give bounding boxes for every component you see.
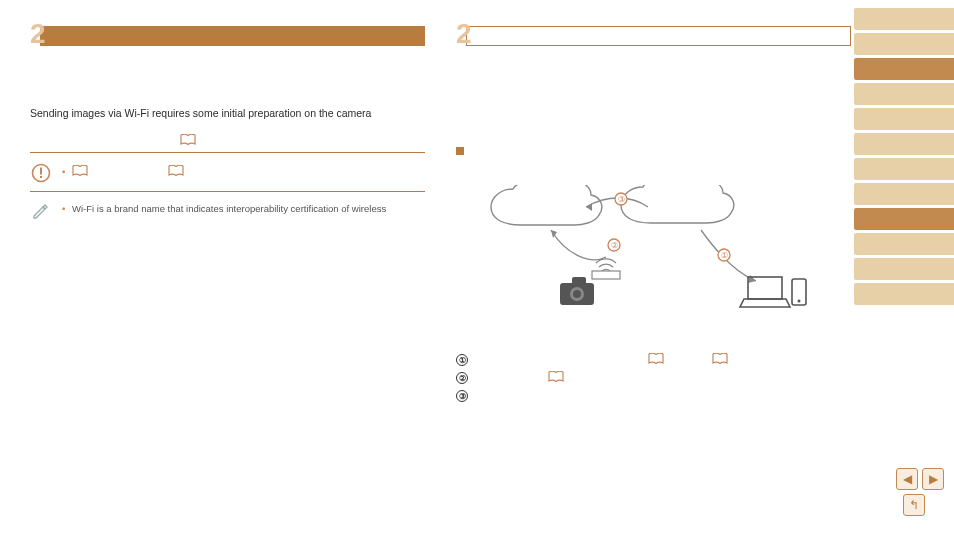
small-square-icon	[456, 147, 464, 155]
book-icon	[180, 134, 196, 148]
diagram-svg: ③ ②	[456, 185, 851, 335]
nav-tab-4[interactable]	[854, 83, 954, 105]
return-button[interactable]: ↰	[903, 494, 925, 516]
nav-tab-10[interactable]	[854, 233, 954, 255]
subsection-marker-row	[456, 146, 851, 157]
list-row-2: ②	[456, 369, 851, 387]
pencil-icon	[30, 202, 52, 220]
phone-icon	[792, 279, 806, 305]
left-column: 2 Sending images via Wi-Fi requires some…	[30, 24, 425, 220]
warning-icon	[30, 163, 52, 183]
nav-tab-11[interactable]	[854, 258, 954, 280]
list-number-1: ①	[456, 354, 468, 366]
note-line: Wi-Fi is a brand name that indicates int…	[62, 202, 425, 216]
nav-tab-9-active[interactable]	[854, 208, 954, 230]
next-page-button[interactable]: ▶	[922, 468, 944, 490]
list-number-3: ③	[456, 390, 468, 402]
nav-tab-5[interactable]	[854, 108, 954, 130]
diagram-badge-2: ②	[611, 241, 618, 250]
warning-callout	[30, 163, 425, 183]
return-icon: ↰	[909, 498, 919, 512]
nav-tab-8[interactable]	[854, 183, 954, 205]
svg-rect-7	[592, 271, 620, 279]
nav-tab-3-active[interactable]	[854, 58, 954, 80]
warning-line	[62, 165, 425, 179]
svg-rect-9	[572, 277, 586, 285]
list-number-2: ②	[456, 372, 468, 384]
divider	[30, 191, 425, 192]
svg-rect-2	[40, 176, 42, 178]
note-callout: Wi-Fi is a brand name that indicates int…	[30, 202, 425, 220]
prev-icon: ◀	[903, 472, 912, 486]
section-title-bar	[466, 26, 851, 46]
intro-paragraph: Sending images via Wi-Fi requires some i…	[30, 106, 425, 122]
camera-icon	[560, 277, 594, 305]
diagram-badge-1: ①	[721, 251, 728, 260]
svg-point-16	[798, 300, 801, 303]
laptop-icon	[740, 277, 790, 307]
svg-point-11	[573, 290, 581, 298]
book-icon	[648, 353, 664, 367]
nav-tab-12[interactable]	[854, 283, 954, 305]
section-header-right: 2	[456, 24, 851, 48]
diagram-badge-3: ③	[618, 195, 625, 204]
book-icon	[168, 165, 184, 179]
nav-tab-1[interactable]	[854, 8, 954, 30]
pager-controls: ◀ ▶ ↰	[896, 468, 944, 516]
side-nav	[854, 8, 954, 305]
section-title-bar	[40, 26, 425, 46]
section-number: 2	[30, 18, 46, 50]
subhead-row	[30, 134, 425, 153]
list-row-1: ①	[456, 351, 851, 369]
right-column: 2 ③ ②	[456, 24, 851, 405]
nav-tab-2[interactable]	[854, 33, 954, 55]
nav-tab-7[interactable]	[854, 158, 954, 180]
section-header-left: 2	[30, 24, 425, 48]
list-row-3: ③	[456, 387, 851, 405]
connectivity-diagram: ③ ②	[456, 185, 851, 335]
book-icon	[548, 371, 564, 385]
svg-marker-3	[586, 203, 592, 211]
page-content: 2 Sending images via Wi-Fi requires some…	[0, 0, 854, 534]
nav-tab-6[interactable]	[854, 133, 954, 155]
book-icon	[72, 165, 88, 179]
section-number: 2	[456, 18, 472, 50]
numbered-reference-list: ① ② ③	[456, 351, 851, 405]
prev-page-button[interactable]: ◀	[896, 468, 918, 490]
next-icon: ▶	[929, 472, 938, 486]
book-icon	[712, 353, 728, 367]
svg-rect-1	[40, 167, 42, 174]
